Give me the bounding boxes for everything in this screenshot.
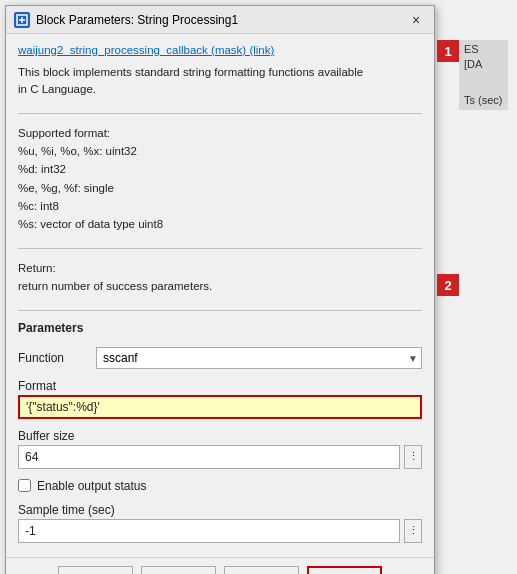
sample-time-label: Sample time (sec) (18, 503, 422, 517)
function-label: Function (18, 351, 88, 365)
buffer-size-input[interactable] (18, 445, 400, 469)
badge-1-text: ES [DA Ts (sec) (459, 40, 508, 110)
callback-link[interactable]: waijung2_string_processing_callback (mas… (18, 44, 422, 56)
close-button[interactable]: × (406, 10, 426, 30)
buffer-size-group: Buffer size ⋮ (18, 429, 422, 469)
buffer-size-input-row: ⋮ (18, 445, 422, 469)
parameters-header: Parameters (18, 321, 422, 335)
button-row: OK Cancel Help Apply (6, 557, 434, 574)
sample-time-group: Sample time (sec) ⋮ (18, 503, 422, 543)
side-panel: 1 ES [DA Ts (sec) 2 (437, 40, 517, 296)
enable-output-label: Enable output status (37, 479, 146, 493)
badge-2-section: 2 (437, 274, 517, 296)
divider-2 (18, 248, 422, 249)
apply-button[interactable]: Apply (307, 566, 382, 574)
sample-time-input-row: ⋮ (18, 519, 422, 543)
divider-3 (18, 310, 422, 311)
divider-1 (18, 113, 422, 114)
dialog-content: waijung2_string_processing_callback (mas… (6, 34, 434, 557)
format-input[interactable] (18, 395, 422, 419)
function-select[interactable]: sscanf sprintf (96, 347, 422, 369)
sample-time-dots-button[interactable]: ⋮ (404, 519, 422, 543)
sample-time-input[interactable] (18, 519, 400, 543)
block-parameters-dialog: Block Parameters: String Processing1 × w… (5, 5, 435, 574)
format-group: Format (18, 379, 422, 419)
title-bar: Block Parameters: String Processing1 × (6, 6, 434, 34)
help-button[interactable]: Help (224, 566, 299, 574)
function-row: Function sscanf sprintf ▼ (18, 347, 422, 369)
dialog-title: Block Parameters: String Processing1 (36, 13, 238, 27)
format-label: Format (18, 379, 422, 393)
enable-output-row: Enable output status (18, 479, 422, 493)
ok-button[interactable]: OK (58, 566, 133, 574)
badge-1-section: 1 ES [DA Ts (sec) (437, 40, 517, 110)
function-select-wrapper: sscanf sprintf ▼ (96, 347, 422, 369)
buffer-size-dots-button[interactable]: ⋮ (404, 445, 422, 469)
description-text: This block implements standard string fo… (18, 64, 422, 99)
cancel-button[interactable]: Cancel (141, 566, 216, 574)
enable-output-checkbox[interactable] (18, 479, 31, 492)
title-bar-left: Block Parameters: String Processing1 (14, 12, 238, 28)
dialog-icon (14, 12, 30, 28)
buffer-size-label: Buffer size (18, 429, 422, 443)
supported-formats: Supported format: %u, %i, %o, %x: uint32… (18, 124, 422, 234)
return-section: Return: return number of success paramet… (18, 259, 422, 296)
badge-1: 1 (437, 40, 459, 62)
badge-2: 2 (437, 274, 459, 296)
